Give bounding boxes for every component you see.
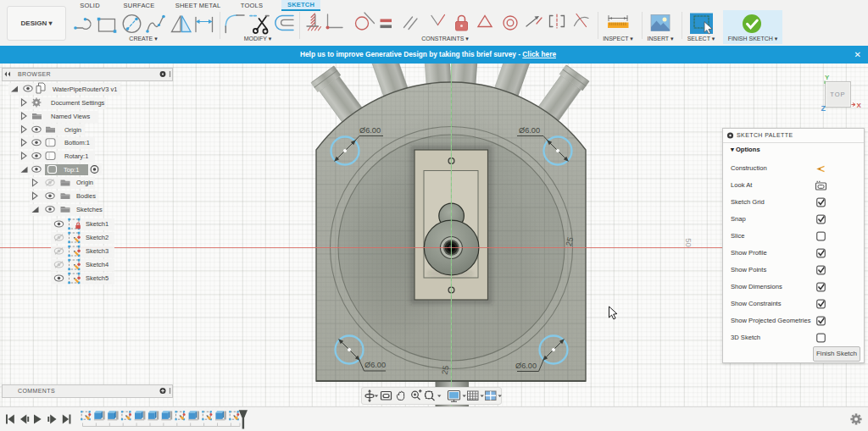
svg-text:Ø6.00: Ø6.00 <box>519 126 540 135</box>
svg-text:Ø6.00: Ø6.00 <box>359 126 381 135</box>
svg-text:Ø6.00: Ø6.00 <box>364 361 386 369</box>
svg-text:25: 25 <box>440 365 451 375</box>
svg-text:Z: Z <box>821 104 826 113</box>
svg-text:Ø6.00: Ø6.00 <box>515 362 537 370</box>
svg-text:50: 50 <box>684 238 693 247</box>
svg-text:X: X <box>857 102 862 109</box>
svg-text:Y: Y <box>825 74 830 81</box>
